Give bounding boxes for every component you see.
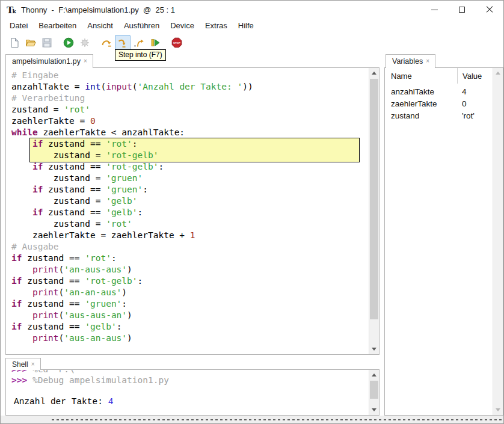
variable-row-zustand[interactable]: zustand'rot' bbox=[385, 110, 493, 122]
step-into-icon bbox=[117, 37, 128, 48]
tab-close-icon[interactable]: × bbox=[426, 58, 429, 64]
column-header-value[interactable]: Value bbox=[457, 68, 493, 84]
menu-item-ansicht[interactable]: Ansicht bbox=[82, 19, 118, 32]
stop-icon: STOP bbox=[171, 37, 182, 48]
debug-script-button[interactable] bbox=[77, 35, 93, 51]
menu-item-ausfhren[interactable]: Ausführen bbox=[118, 19, 165, 32]
debug-icon bbox=[79, 37, 90, 48]
variables-header: Name Value bbox=[385, 68, 493, 84]
code-line-19: if zustand == 'rot-gelb': bbox=[11, 275, 369, 287]
shell-scrollbar[interactable] bbox=[369, 370, 379, 415]
code-line-10: zustand = 'gruen' bbox=[11, 173, 369, 184]
shell-line-2: >>> %Debug ampelsimulation1.py bbox=[11, 375, 369, 386]
variables-scrollbar[interactable] bbox=[493, 68, 503, 415]
toolbar: STOP bbox=[1, 32, 503, 54]
stop-button[interactable]: STOP bbox=[169, 35, 185, 51]
code-line-9: if zustand == 'rot-gelb': bbox=[11, 161, 369, 173]
editor-tab-label: ampelsimulation1.py bbox=[12, 57, 81, 66]
tab-editor-file[interactable]: ampelsimulation1.py× bbox=[5, 54, 93, 68]
tab-shell[interactable]: Shell× bbox=[5, 358, 41, 370]
step-into-tooltip: Step into (F7) bbox=[115, 49, 166, 61]
svg-text:STOP: STOP bbox=[173, 41, 180, 45]
shell-output[interactable]: >>> %cd F:\>>> %Debug ampelsimulation1.p… bbox=[6, 370, 369, 415]
variable-row-anzahlTakte[interactable]: anzahlTakte4 bbox=[385, 86, 493, 98]
code-line-4: zustand = 'rot' bbox=[11, 104, 369, 115]
scroll-up-arrow[interactable] bbox=[493, 68, 503, 78]
menu-item-extras[interactable]: Extras bbox=[200, 19, 233, 32]
code-line-23: if zustand == 'gelb': bbox=[11, 321, 369, 333]
new-file-icon bbox=[9, 37, 20, 48]
run-script-button[interactable] bbox=[61, 35, 76, 51]
code-line-7: if zustand == 'rot': bbox=[11, 138, 369, 150]
editor-panel: # EingabeanzahlTakte = int(input('Anzahl… bbox=[5, 67, 380, 355]
step-out-icon bbox=[134, 37, 144, 48]
run-icon bbox=[63, 37, 74, 48]
svg-text:k: k bbox=[13, 8, 17, 14]
window-controls bbox=[420, 1, 503, 19]
code-line-18: print('an-aus-aus') bbox=[11, 264, 369, 275]
close-icon bbox=[486, 6, 493, 13]
code-line-17: if zustand == 'rot': bbox=[11, 253, 369, 264]
minimize-button[interactable] bbox=[420, 1, 448, 19]
resume-button[interactable] bbox=[147, 35, 163, 51]
menu-item-datei[interactable]: Datei bbox=[4, 19, 33, 32]
thonny-window: Tk Thonny - F:\ampelsimulation1.py @ 25 … bbox=[0, 0, 504, 424]
thonny-app-icon: Tk bbox=[7, 5, 17, 15]
scroll-thumb[interactable] bbox=[370, 79, 378, 319]
scroll-up-arrow[interactable] bbox=[369, 68, 379, 78]
code-line-5: zaehlerTakte = 0 bbox=[11, 115, 369, 127]
step-into-button[interactable] bbox=[115, 35, 131, 51]
variable-value: 'rot' bbox=[457, 110, 475, 122]
code-line-21: if zustand == 'gruen': bbox=[11, 298, 369, 310]
new-file-button[interactable] bbox=[7, 35, 22, 51]
tab-close-icon[interactable]: × bbox=[84, 58, 87, 64]
variable-name: zustand bbox=[385, 110, 457, 122]
code-line-14: zustand = 'rot' bbox=[11, 218, 369, 230]
step-over-button[interactable] bbox=[99, 35, 114, 51]
code-line-6: while zaehlerTakte < anzahlTakte: bbox=[11, 127, 369, 138]
variable-row-zaehlerTakte[interactable]: zaehlerTakte0 bbox=[385, 98, 493, 110]
column-header-name[interactable]: Name bbox=[385, 68, 457, 84]
code-line-2: anzahlTakte = int(input('Anzahl der Takt… bbox=[11, 81, 369, 93]
step-out-button[interactable] bbox=[131, 35, 147, 51]
menu-item-bearbeiten[interactable]: Bearbeiten bbox=[33, 19, 82, 32]
resume-icon bbox=[150, 37, 161, 48]
shell-line-3 bbox=[11, 386, 369, 396]
editor-code[interactable]: # EingabeanzahlTakte = int(input('Anzahl… bbox=[6, 68, 369, 354]
code-line-12: zustand = 'gelb' bbox=[11, 195, 369, 207]
shell-panel: >>> %cd F:\>>> %Debug ampelsimulation1.p… bbox=[5, 369, 380, 416]
shell-line-1: >>> %cd F:\ bbox=[11, 370, 369, 375]
code-line-13: if zustand == 'gelb': bbox=[11, 207, 369, 218]
variables-rows: anzahlTakte4zaehlerTakte0zustand'rot' bbox=[385, 86, 493, 122]
scroll-down-arrow[interactable] bbox=[493, 405, 503, 415]
window-title: Thonny - F:\ampelsimulation1.py @ 25 : 1 bbox=[21, 5, 175, 14]
open-file-button[interactable] bbox=[23, 35, 38, 51]
code-line-11: if zustand == 'gruen': bbox=[11, 184, 369, 195]
shell-line-4: Anzahl der Takte: 4 bbox=[11, 396, 369, 407]
code-line-20: print('an-an-aus') bbox=[11, 287, 369, 298]
variable-value: 0 bbox=[457, 98, 467, 110]
close-button[interactable] bbox=[476, 1, 503, 19]
menu-item-device[interactable]: Device bbox=[165, 19, 200, 32]
tab-variables[interactable]: Variables× bbox=[386, 54, 435, 68]
menu-bar: DateiBearbeitenAnsichtAusführenDeviceExt… bbox=[1, 19, 503, 32]
save-icon bbox=[41, 37, 52, 48]
scroll-thumb[interactable] bbox=[370, 381, 378, 399]
maximize-icon bbox=[459, 7, 465, 13]
menu-item-hilfe[interactable]: Hilfe bbox=[233, 19, 259, 32]
code-line-24: print('aus-an-aus') bbox=[11, 333, 369, 344]
editor-scrollbar[interactable] bbox=[369, 68, 379, 354]
variables-tab-label: Variables bbox=[392, 57, 423, 66]
scroll-down-arrow[interactable] bbox=[369, 344, 379, 354]
shell-tab-label: Shell bbox=[12, 360, 28, 369]
maximize-button[interactable] bbox=[448, 1, 476, 19]
scroll-down-arrow[interactable] bbox=[369, 405, 379, 415]
variable-name: zaehlerTakte bbox=[385, 98, 457, 110]
status-strip bbox=[1, 416, 503, 424]
save-file-button[interactable] bbox=[39, 35, 55, 51]
scroll-up-arrow[interactable] bbox=[369, 370, 379, 380]
code-line-16: # Ausgabe bbox=[11, 241, 369, 253]
tab-close-icon[interactable]: × bbox=[31, 361, 35, 367]
code-line-3: # Verarbeitung bbox=[11, 93, 369, 104]
title-bar: Tk Thonny - F:\ampelsimulation1.py @ 25 … bbox=[1, 1, 503, 19]
